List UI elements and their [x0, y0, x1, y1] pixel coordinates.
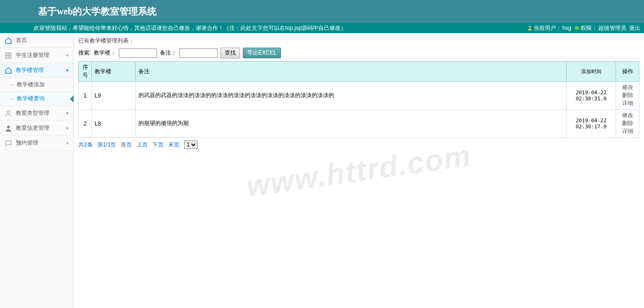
grid-icon — [5, 52, 12, 59]
header-user-area: 当前用户： hsg 权限： 超级管理员 退出 — [527, 24, 640, 32]
app-title: 基于web的大学教室管理系统 — [38, 5, 157, 18]
cell-seq: 2 — [79, 110, 92, 138]
remark-input[interactable] — [179, 49, 218, 58]
svg-rect-1 — [575, 26, 579, 30]
current-user-label: 当前用户： — [534, 24, 562, 32]
caret-icon: ▾ — [66, 140, 69, 146]
chat-icon — [5, 140, 12, 147]
sidebar-item-student[interactable]: 学生注册管理 ▾ — [0, 48, 73, 63]
col-time: 添加时间 — [567, 62, 616, 82]
home-icon — [5, 67, 12, 74]
cell-time: 2019-04-22 02:30:31.0 — [567, 82, 616, 110]
page-last[interactable]: 末页 — [168, 141, 179, 149]
table-row: 2L8的期望的顽强的为期2019-04-22 02:30:17.0修改删除详细 — [79, 110, 639, 138]
user-icon — [527, 25, 533, 31]
sidebar-item-building[interactable]: 教学楼管理 ▾ — [0, 63, 73, 78]
svg-rect-3 — [9, 53, 11, 55]
page-select[interactable]: 1 — [184, 140, 198, 149]
op-detail[interactable]: 详细 — [622, 100, 633, 106]
cell-remark: 的期望的顽强的为期 — [136, 110, 567, 138]
op-del[interactable]: 删除 — [622, 120, 633, 126]
cell-building: L8 — [92, 110, 136, 138]
cell-time: 2019-04-22 02:30:17.0 — [567, 110, 616, 138]
cell-op: 修改删除详细 — [616, 110, 639, 138]
cell-seq: 1 — [79, 82, 92, 110]
building-label: 教学楼： — [94, 49, 116, 57]
caret-icon: ▾ — [66, 126, 69, 131]
building-input[interactable] — [119, 49, 157, 58]
table-row: 1L9的武器的武器的淡淡的淡淡的的淡淡的淡淡的淡淡的淡淡的淡淡的淡淡的淡淡的20… — [79, 82, 639, 110]
page-next[interactable]: 下页 — [152, 141, 164, 149]
welcome-text: 欢迎登陆我站，希望能给你带来好心情，其他话语请您自己修改，谢谢合作！（注：此处文… — [34, 24, 346, 32]
page-first[interactable]: 首页 — [121, 141, 132, 149]
sidebar-label: 教学楼管理 — [16, 66, 44, 74]
home-icon — [5, 37, 12, 44]
user-icon — [5, 110, 12, 117]
sidebar-label: 学生注册管理 — [16, 51, 49, 59]
page-total: 共2条 — [78, 141, 93, 149]
role-icon — [574, 25, 580, 31]
cell-op: 修改删除详细 — [616, 82, 639, 110]
header-top: 基于web的大学教室管理系统 — [0, 0, 644, 23]
caret-icon: ▾ — [66, 68, 69, 73]
op-edit[interactable]: 修改 — [622, 84, 633, 91]
sidebar-label: 首页 — [16, 36, 27, 44]
page-prev[interactable]: 上页 — [137, 141, 148, 149]
svg-point-6 — [7, 111, 10, 113]
sidebar-label: 教室类型管理 — [16, 109, 49, 117]
col-seq: 序号 — [79, 62, 92, 82]
op-del[interactable]: 删除 — [622, 92, 633, 98]
sidebar-label: 预约管理 — [16, 139, 38, 147]
sidebar-sub-label: 教学楼查询 — [17, 95, 45, 103]
list-title: 已有教学楼管理列表： — [78, 37, 639, 45]
sidebar-item-room-info[interactable]: 教室信息管理 ▾ — [0, 121, 73, 136]
remark-label: 备注： — [160, 49, 177, 57]
search-row: 搜索: 教学楼： 备注： 查找 导出EXCEL — [78, 48, 639, 58]
caret-icon: ▾ — [66, 53, 69, 58]
logout-link[interactable]: 退出 — [629, 24, 640, 32]
col-building: 教学楼 — [92, 62, 136, 82]
col-remark: 备注 — [136, 62, 567, 82]
main-content: 已有教学楼管理列表： 搜索: 教学楼： 备注： 查找 导出EXCEL 序号 教学… — [74, 33, 644, 308]
export-button[interactable]: 导出EXCEL — [243, 48, 281, 58]
sidebar: 首页 学生注册管理 ▾ 教学楼管理 ▾ 教学楼添加 教学楼查询 教室类型管理 ▾… — [0, 33, 74, 308]
page-info: 第1/1页 — [97, 141, 116, 149]
svg-point-7 — [7, 126, 10, 128]
sidebar-sub-building-add[interactable]: 教学楼添加 — [0, 78, 73, 92]
search-label: 搜索: — [78, 49, 91, 57]
sidebar-label: 教室信息管理 — [16, 124, 49, 132]
sidebar-item-room-type[interactable]: 教室类型管理 ▾ — [0, 106, 73, 121]
op-edit[interactable]: 修改 — [622, 112, 633, 119]
current-user: hsg — [562, 25, 571, 31]
op-detail[interactable]: 详细 — [622, 128, 633, 134]
pagination: 共2条 第1/1页 首页 上页 下页 末页 1 — [78, 140, 639, 149]
header-bar: 欢迎登陆我站，希望能给你带来好心情，其他话语请您自己修改，谢谢合作！（注：此处文… — [0, 23, 644, 33]
cell-remark: 的武器的武器的淡淡的淡淡的的淡淡的淡淡的淡淡的淡淡的淡淡的淡淡的淡淡的 — [136, 82, 567, 110]
sidebar-item-booking[interactable]: 预约管理 ▾ — [0, 136, 73, 151]
sidebar-item-home[interactable]: 首页 — [0, 33, 73, 48]
role-label: 权限： — [581, 24, 597, 32]
sidebar-sub-label: 教学楼添加 — [17, 81, 45, 89]
search-button[interactable]: 查找 — [220, 48, 240, 58]
svg-rect-5 — [9, 56, 11, 58]
person-icon — [5, 125, 12, 132]
table-header-row: 序号 教学楼 备注 添加时间 操作 — [79, 62, 639, 82]
data-table: 序号 教学楼 备注 添加时间 操作 1L9的武器的武器的淡淡的淡淡的的淡淡的淡淡… — [78, 61, 639, 138]
caret-icon: ▾ — [66, 111, 69, 116]
col-op: 操作 — [616, 62, 639, 82]
svg-rect-2 — [6, 53, 8, 55]
svg-rect-4 — [6, 56, 8, 58]
svg-point-0 — [528, 26, 531, 28]
sidebar-sub-building-query[interactable]: 教学楼查询 — [0, 92, 73, 106]
role-value: 超级管理员 — [598, 24, 626, 32]
cell-building: L9 — [92, 82, 136, 110]
